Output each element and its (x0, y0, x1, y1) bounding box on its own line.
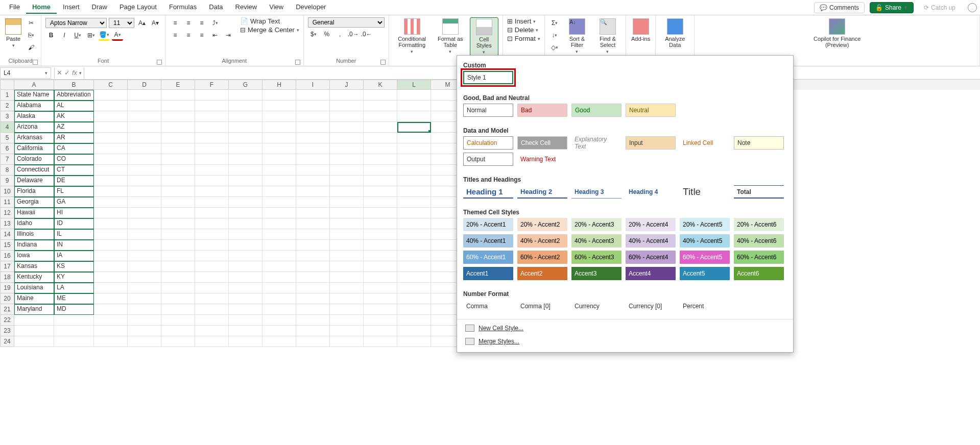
cell-H11[interactable] (262, 197, 296, 208)
style-themed-1-0[interactable]: 40% - Accent1 (463, 234, 513, 248)
cell-A6[interactable]: California (14, 143, 54, 154)
style-heading2[interactable]: Heading 2 (517, 185, 567, 199)
cell-K7[interactable] (364, 154, 397, 165)
cell-L6[interactable] (397, 143, 431, 154)
style-themed-2-2[interactable]: 60% - Accent3 (571, 251, 622, 264)
cell-K14[interactable] (364, 229, 397, 240)
number-format-select[interactable]: General (308, 17, 385, 28)
row-header-13[interactable]: 13 (0, 218, 14, 229)
cell-B16[interactable]: IA (54, 251, 94, 261)
cell-C17[interactable] (94, 261, 128, 272)
cell-G10[interactable] (229, 186, 262, 197)
cell-D1[interactable] (128, 90, 161, 101)
cell-G5[interactable] (229, 133, 262, 143)
cell-H9[interactable] (262, 176, 296, 186)
style-numfmt-1[interactable]: Comma [0] (517, 300, 567, 313)
cell-H7[interactable] (262, 154, 296, 165)
cell-J13[interactable] (330, 218, 364, 229)
cell-L8[interactable] (397, 165, 431, 176)
cell-C8[interactable] (94, 165, 128, 176)
row-header-6[interactable]: 6 (0, 143, 14, 154)
cell-I5[interactable] (296, 133, 330, 143)
fx-icon[interactable]: fx (72, 69, 77, 77)
col-header-A[interactable]: A (14, 80, 54, 90)
cell-F3[interactable] (195, 111, 229, 122)
cell-G8[interactable] (229, 165, 262, 176)
menu-data[interactable]: Data (203, 1, 229, 14)
cell-L24[interactable] (397, 336, 431, 347)
cell-J19[interactable] (330, 283, 364, 293)
cell-A16[interactable]: Iowa (14, 251, 54, 261)
cell-H16[interactable] (262, 251, 296, 261)
cell-K20[interactable] (364, 293, 397, 304)
cell-F7[interactable] (195, 154, 229, 165)
cell-K16[interactable] (364, 251, 397, 261)
cell-K23[interactable] (364, 326, 397, 336)
cell-L12[interactable] (397, 208, 431, 218)
align-right-button[interactable]: ≡ (196, 30, 207, 41)
cell-D21[interactable] (128, 304, 161, 315)
row-header-23[interactable]: 23 (0, 326, 14, 336)
cell-L9[interactable] (397, 176, 431, 186)
menu-insert[interactable]: Insert (57, 1, 86, 14)
align-center-button[interactable]: ≡ (183, 30, 194, 41)
cell-D2[interactable] (128, 101, 161, 111)
cell-J11[interactable] (330, 197, 364, 208)
cell-G12[interactable] (229, 208, 262, 218)
col-header-I[interactable]: I (296, 80, 330, 90)
cell-A20[interactable]: Maine (14, 293, 54, 304)
cell-J4[interactable] (330, 122, 364, 133)
cell-I13[interactable] (296, 218, 330, 229)
cell-K19[interactable] (364, 283, 397, 293)
cell-F24[interactable] (195, 336, 229, 347)
cell-B18[interactable]: KY (54, 272, 94, 283)
cell-I1[interactable] (296, 90, 330, 101)
cell-C12[interactable] (94, 208, 128, 218)
cell-F19[interactable] (195, 283, 229, 293)
cell-A7[interactable]: Colorado (14, 154, 54, 165)
cell-A8[interactable]: Connecticut (14, 165, 54, 176)
decrease-indent-button[interactable]: ⇤ (209, 30, 221, 41)
style-total[interactable]: Total (734, 185, 784, 199)
cell-B21[interactable]: MD (54, 304, 94, 315)
cell-A17[interactable]: Kansas (14, 261, 54, 272)
cell-H5[interactable] (262, 133, 296, 143)
cell-E17[interactable] (161, 261, 195, 272)
conditional-formatting-button[interactable]: Conditional Formatting▾ (393, 17, 431, 55)
cell-C10[interactable] (94, 186, 128, 197)
cell-J9[interactable] (330, 176, 364, 186)
clipboard-launcher[interactable] (33, 60, 38, 65)
style-themed-3-4[interactable]: Accent5 (680, 267, 730, 280)
cell-J17[interactable] (330, 261, 364, 272)
style-warning[interactable]: Warning Text (517, 153, 567, 166)
cell-J18[interactable] (330, 272, 364, 283)
cell-A12[interactable]: Hawaii (14, 208, 54, 218)
cell-K4[interactable] (364, 122, 397, 133)
cell-A10[interactable]: Florida (14, 186, 54, 197)
row-header-21[interactable]: 21 (0, 304, 14, 315)
cell-H10[interactable] (262, 186, 296, 197)
cell-H17[interactable] (262, 261, 296, 272)
cell-K21[interactable] (364, 304, 397, 315)
cell-J3[interactable] (330, 111, 364, 122)
cancel-formula-icon[interactable]: ✕ (57, 69, 62, 77)
cell-G11[interactable] (229, 197, 262, 208)
cell-D14[interactable] (128, 229, 161, 240)
cell-L14[interactable] (397, 229, 431, 240)
cell-G3[interactable] (229, 111, 262, 122)
cell-B9[interactable]: DE (54, 176, 94, 186)
share-button[interactable]: 🔓 Share ▼ (870, 2, 914, 13)
cell-B8[interactable]: CT (54, 165, 94, 176)
cell-H20[interactable] (262, 293, 296, 304)
style-output[interactable]: Output (463, 153, 513, 166)
style-themed-0-2[interactable]: 20% - Accent3 (571, 218, 622, 231)
cell-G23[interactable] (229, 326, 262, 336)
style-themed-2-5[interactable]: 60% - Accent6 (734, 251, 784, 264)
cell-H3[interactable] (262, 111, 296, 122)
cell-E19[interactable] (161, 283, 195, 293)
cell-L19[interactable] (397, 283, 431, 293)
cell-A3[interactable]: Alaska (14, 111, 54, 122)
menu-formulas[interactable]: Formulas (163, 1, 203, 14)
cell-J12[interactable] (330, 208, 364, 218)
align-bottom-button[interactable]: ≡ (196, 17, 207, 29)
